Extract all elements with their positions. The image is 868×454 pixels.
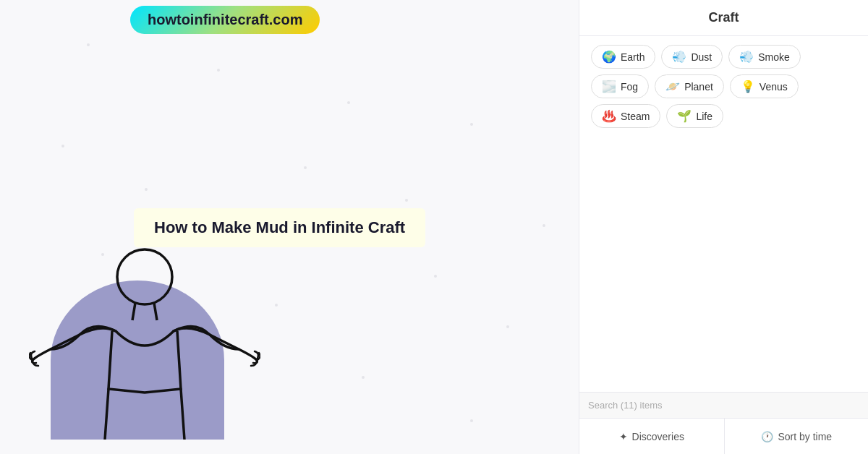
decorative-dot [87,43,90,46]
decorative-dot [362,376,365,379]
element-chip[interactable]: 🌱Life [666,104,723,128]
svg-line-1 [132,303,135,320]
sidebar: Craft 🌍Earth💨Dust💨Smoke🌫️Fog🪐Planet💡Venu… [579,0,868,454]
chip-label: Smoke [758,51,790,63]
element-chip[interactable]: 💡Venus [730,74,799,98]
main-area: howtoinfinitecraft.com How to Make Mud i… [0,0,579,454]
chip-icon: 🪐 [665,80,680,93]
clock-icon: 🕐 [761,431,773,442]
chips-row: 🌫️Fog🪐Planet💡Venus [591,74,856,98]
chip-icon: 💡 [741,80,755,93]
decorative-dot [347,101,350,104]
chip-icon: 💨 [672,50,686,64]
svg-point-0 [117,249,172,304]
decorative-dot [217,69,220,72]
chip-icon: 🌫️ [602,80,616,93]
chips-area: 🌍Earth💨Dust💨Smoke🌫️Fog🪐Planet💡Venus♨️Ste… [579,36,868,142]
decorative-dot [470,123,473,126]
discoveries-label: Discoveries [632,431,684,442]
chip-label: Planet [684,81,713,93]
search-placeholder: Search (11) items [588,400,663,411]
chips-row: ♨️Steam🌱Life [591,104,856,128]
sort-by-time-button[interactable]: 🕐 Sort by time [724,419,869,454]
element-chip[interactable]: 💨Smoke [728,45,801,69]
chip-icon: 🌱 [677,109,692,123]
element-chip[interactable]: 🪐Planet [655,74,724,98]
bottom-bar: ✦ Discoveries 🕐 Sort by time [579,418,868,454]
element-chip[interactable]: ♨️Steam [591,104,660,128]
decorative-dot [61,145,64,147]
chip-label: Life [696,111,712,122]
element-chip[interactable]: 🌫️Fog [591,74,649,98]
chip-label: Dust [691,51,712,63]
chip-icon: 🌍 [602,50,616,64]
decorative-dot [405,199,408,202]
chip-label: Steam [621,111,650,122]
decorative-dot [275,304,278,307]
element-chip[interactable]: 🌍Earth [591,45,655,69]
chip-label: Earth [621,51,644,63]
element-chip[interactable]: 💨Dust [661,45,723,69]
chip-label: Fog [621,81,638,93]
decorative-dot [542,224,545,227]
decorative-dot [434,275,437,278]
craft-header: Craft [579,0,868,36]
figure-container [29,208,260,440]
svg-line-2 [154,303,157,320]
url-banner[interactable]: howtoinfinitecraft.com [130,6,320,34]
decorative-dot [304,166,307,169]
chips-row: 🌍Earth💨Dust💨Smoke [591,45,856,69]
decorative-dot [470,419,473,422]
decorative-dot [506,325,509,328]
chip-icon: 💨 [739,50,754,64]
chip-label: Venus [760,81,788,93]
decorative-dot [145,188,148,191]
person-figure [29,208,260,440]
sort-by-time-label: Sort by time [778,431,832,442]
search-bar[interactable]: Search (11) items [579,392,868,418]
chip-icon: ♨️ [602,109,616,123]
discoveries-icon: ✦ [619,431,628,442]
discoveries-button[interactable]: ✦ Discoveries [579,419,724,454]
